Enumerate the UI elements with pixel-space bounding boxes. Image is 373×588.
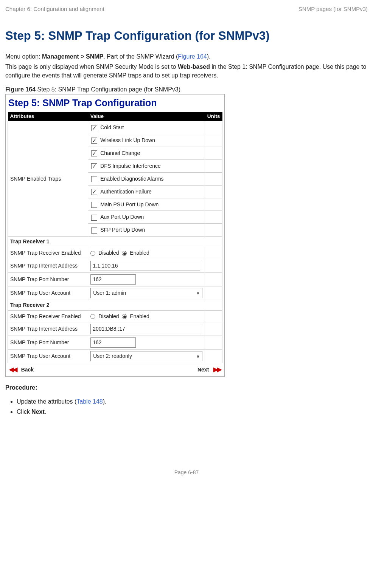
traps-label: SNMP Enabled Traps (8, 121, 88, 237)
recv1-user-select[interactable]: User 1: admin∨ (90, 288, 202, 298)
trap-2: Channel Change (100, 150, 140, 156)
trap-0: Cold Start (100, 124, 124, 130)
recv2-user-select[interactable]: User 2: readonly∨ (90, 351, 202, 361)
recv1-user-label: SNMP Trap User Account (8, 286, 88, 300)
attributes-table: Attributes Value Units SNMP Enabled Trap… (8, 112, 222, 363)
checkbox-sfp-port[interactable] (91, 227, 97, 234)
para2-a: This page is only displayed when SNMP Se… (5, 63, 178, 70)
wizard-close: ). (207, 53, 211, 60)
trap-4: Enabled Diagnostic Alarms (100, 176, 163, 182)
col-value: Value (88, 112, 205, 121)
back-label: Back (21, 367, 34, 373)
checkbox-dfs[interactable] (91, 163, 97, 169)
recv2-title: Trap Receiver 2 (8, 300, 222, 310)
figure-ref-link[interactable]: Figure 164 (178, 53, 207, 60)
header-right: SNMP pages (for SNMPv3) (298, 5, 368, 13)
recv1-title: Trap Receiver 1 (8, 237, 222, 247)
recv1-user-value: User 1: admin (93, 289, 126, 297)
proc2-b: . (45, 409, 46, 415)
checkbox-aux-port[interactable] (91, 215, 97, 221)
recv2-addr-label: SNMP Trap Internet Address (8, 322, 88, 336)
menu-path: Management > SNMP (42, 53, 103, 60)
recv1-port-input[interactable]: 162 (90, 274, 136, 285)
trap-5: Authentication Failure (100, 189, 151, 195)
arrow-left-icon: ◀◀ (9, 366, 17, 373)
figure-caption: Figure 164 Step 5: SNMP Trap Configurati… (5, 85, 368, 94)
figure-title: Step 5: SNMP Trap Configuration (8, 97, 222, 110)
recv1-addr-input[interactable]: 1.1.100.16 (90, 261, 200, 271)
checkbox-channel-change[interactable] (91, 150, 97, 156)
figure-label-bold: Figure 164 (5, 86, 36, 93)
proc1-a: Update the attributes ( (17, 398, 76, 405)
recv1-disabled-text: Disabled (98, 250, 119, 256)
figure-screenshot: Step 5: SNMP Trap Configuration Attribut… (5, 94, 225, 376)
next-label: Next (197, 367, 209, 373)
col-units: Units (205, 112, 222, 121)
figure-label-rest: Step 5: SNMP Trap Configuration page (fo… (36, 86, 180, 93)
procedure-list: Update the attributes (Table 148). Click… (5, 398, 368, 416)
trap-1: Wireless Link Up Down (100, 137, 155, 143)
recv2-port-input[interactable]: 162 (90, 337, 136, 348)
recv2-radio-enabled[interactable] (122, 314, 127, 319)
checkbox-cold-start[interactable] (91, 125, 97, 131)
table-ref-link[interactable]: Table 148 (76, 398, 103, 405)
page-footer: Page 6-87 (5, 469, 368, 481)
trap-3: DFS Impulse Interference (100, 163, 161, 169)
proc1-b: ). (103, 398, 107, 405)
para2-bold: Web-based (178, 63, 210, 70)
trap-7: Aux Port Up Down (100, 214, 144, 220)
recv2-enabled-text: Enabled (130, 313, 149, 319)
recv2-port-label: SNMP Trap Port Number (8, 336, 88, 350)
recv1-radio-disabled[interactable] (90, 251, 95, 256)
next-button[interactable]: Next ▶▶ (197, 365, 221, 374)
procedure-heading: Procedure: (5, 384, 368, 392)
trap-8: SFP Port Up Down (100, 227, 145, 233)
recv2-addr-input[interactable]: 2001:DB8::17 (90, 324, 200, 334)
proc-item-1: Update the attributes (Table 148). (17, 398, 368, 406)
recv1-port-label: SNMP Trap Port Number (8, 272, 88, 286)
checkbox-main-psu[interactable] (91, 202, 97, 208)
proc2-a: Click (17, 409, 31, 415)
recv2-user-label: SNMP Trap User Account (8, 350, 88, 363)
recv2-enabled-label: SNMP Trap Receiver Enabled (8, 310, 88, 322)
header-left: Chapter 6: Configuration and alignment (5, 5, 104, 13)
recv2-radio-disabled[interactable] (90, 314, 95, 319)
intro-line1: Menu option: Management > SNMP. Part of … (5, 52, 368, 61)
wizard-text: . Part of the SNMP Wizard ( (103, 53, 178, 60)
checkbox-wireless-link[interactable] (91, 138, 97, 144)
recv2-user-value: User 2: readonly (93, 353, 132, 360)
trap-6: Main PSU Port Up Down (100, 201, 159, 207)
proc-item-2: Click Next. (17, 408, 368, 416)
recv1-enabled-text: Enabled (130, 250, 149, 256)
recv2-disabled-text: Disabled (98, 313, 119, 319)
checkbox-diagnostic[interactable] (91, 176, 97, 182)
recv1-radio-enabled[interactable] (122, 251, 127, 256)
intro-line2: This page is only displayed when SNMP Se… (5, 62, 368, 80)
chevron-down-icon: ∨ (196, 353, 200, 359)
recv1-enabled-label: SNMP Trap Receiver Enabled (8, 247, 88, 259)
page-title: Step 5: SNMP Trap Configuration (for SNM… (5, 28, 368, 44)
proc2-bold: Next (31, 409, 45, 415)
col-attributes: Attributes (8, 112, 88, 121)
chevron-down-icon: ∨ (196, 290, 200, 296)
menu-prefix: Menu option: (5, 53, 42, 60)
arrow-right-icon: ▶▶ (213, 366, 221, 373)
recv1-addr-label: SNMP Trap Internet Address (8, 259, 88, 273)
checkbox-auth-failure[interactable] (91, 189, 97, 195)
back-button[interactable]: ◀◀ Back (9, 365, 34, 374)
